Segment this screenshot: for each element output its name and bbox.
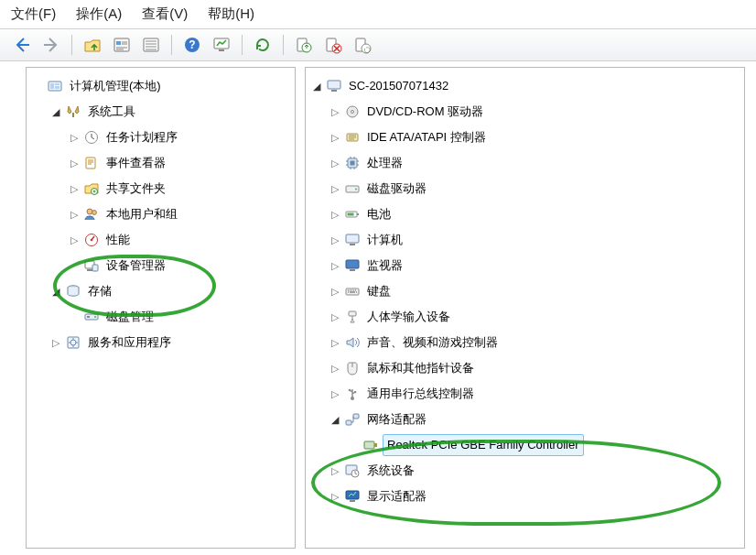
tree-label: 鼠标和其他指针设备: [364, 357, 477, 379]
expander-icon[interactable]: ◢: [50, 106, 61, 117]
tree-local-users-groups[interactable]: ▷ 本地用户和组: [67, 201, 291, 227]
expander-icon[interactable]: ▷: [329, 260, 340, 271]
expander-icon[interactable]: ▷: [329, 465, 340, 476]
tree-label: 设备管理器: [103, 255, 168, 277]
tree-label: 服务和应用程序: [85, 332, 174, 354]
tree-services-apps[interactable]: ▷ 服务和应用程序: [49, 330, 291, 355]
display-icon: [344, 488, 361, 505]
tree-label: 系统工具: [85, 101, 138, 123]
expander-icon[interactable]: ▷: [329, 183, 340, 194]
tree-label: 本地用户和组: [103, 203, 180, 225]
category-disk-drives[interactable]: ▷磁盘驱动器: [328, 176, 740, 201]
expander-icon[interactable]: ▷: [329, 158, 340, 169]
device-root[interactable]: ◢ SC-201507071432: [309, 73, 740, 99]
tree-label: 磁盘管理: [103, 306, 157, 328]
dvd-icon: [344, 103, 361, 120]
back-button[interactable]: [9, 33, 35, 57]
services-icon: [65, 334, 81, 351]
menu-view[interactable]: 查看(V): [142, 5, 188, 23]
help-button[interactable]: [179, 33, 205, 57]
uninstall-device-button[interactable]: [350, 33, 375, 57]
expander-icon[interactable]: ▷: [329, 132, 340, 143]
update-driver-button[interactable]: [291, 33, 317, 57]
tree-label: 人体学输入设备: [364, 306, 453, 328]
usb-icon: [344, 386, 361, 402]
scan-hardware-button[interactable]: [250, 33, 275, 57]
tree-label: 监视器: [364, 255, 405, 277]
category-ide[interactable]: ▷IDE ATA/ATAPI 控制器: [328, 125, 740, 150]
tree-label: 性能: [103, 229, 133, 251]
toolbar-separator: [71, 35, 72, 55]
expander-icon[interactable]: ▷: [329, 311, 340, 322]
computer-management-window: 文件(F) 操作(A) 查看(V) 帮助(H) ▶: [0, 0, 756, 555]
expander-icon[interactable]: ▷: [69, 158, 80, 169]
tree-label: 声音、视频和游戏控制器: [364, 332, 501, 354]
cpu-icon: [344, 155, 361, 171]
computer-icon: [326, 78, 342, 94]
tree-event-viewer[interactable]: ▷ 事件查看器: [67, 150, 291, 176]
show-hidden-button[interactable]: [209, 33, 234, 57]
menu-help[interactable]: 帮助(H): [208, 5, 254, 23]
tree-task-scheduler[interactable]: ▷ 任务计划程序: [67, 125, 291, 150]
expander-icon[interactable]: ◢: [329, 414, 340, 425]
expander-icon[interactable]: ▷: [329, 337, 340, 348]
category-display-adapters[interactable]: ▷显示适配器: [328, 484, 740, 509]
tree-label: 事件查看器: [103, 152, 168, 174]
tree-label: SC-201507071432: [346, 75, 451, 97]
category-dvd[interactable]: ▷DVD/CD-ROM 驱动器: [328, 99, 740, 125]
tree-label: 电池: [364, 203, 394, 225]
disable-device-button[interactable]: [320, 33, 346, 57]
tree-storage[interactable]: ◢ 存储: [49, 278, 291, 304]
category-system-devices[interactable]: ▷系统设备: [328, 458, 740, 484]
expander-icon[interactable]: ▷: [69, 132, 80, 143]
console-tree[interactable]: ▶ 计算机管理(本地) ◢ 系统工具: [30, 73, 291, 355]
expander-icon[interactable]: ▷: [329, 286, 340, 297]
up-folder-button[interactable]: [80, 33, 105, 57]
sound-icon: [344, 334, 361, 351]
ide-icon: [344, 129, 361, 146]
computer-icon: [344, 232, 361, 248]
device-tree[interactable]: ◢ SC-201507071432 ▷DVD/CD-ROM 驱动器 ▷IDE A…: [309, 73, 740, 509]
network-icon: [344, 411, 361, 428]
expander-icon[interactable]: ▷: [329, 388, 340, 399]
menu-bar: 文件(F) 操作(A) 查看(V) 帮助(H): [0, 0, 756, 28]
tree-device-manager[interactable]: ▷ 设备管理器: [67, 253, 291, 278]
expander-icon[interactable]: ▷: [329, 106, 340, 117]
expander-icon[interactable]: ◢: [311, 81, 322, 92]
menu-action[interactable]: 操作(A): [76, 5, 122, 23]
device-realtek-nic[interactable]: ▷Realtek PCIe GBE Family Controller: [346, 432, 740, 458]
tree-label: 通用串行总线控制器: [364, 383, 477, 405]
category-mouse[interactable]: ▷鼠标和其他指针设备: [328, 355, 740, 381]
category-usb[interactable]: ▷通用串行总线控制器: [328, 381, 740, 407]
list-view-button[interactable]: [138, 33, 164, 57]
expander-icon[interactable]: ▷: [69, 183, 80, 194]
menu-file[interactable]: 文件(F): [11, 5, 56, 23]
properties-sheet-button[interactable]: [109, 33, 135, 57]
mmc-icon: [47, 78, 63, 94]
expander-icon[interactable]: ▷: [329, 363, 340, 374]
category-battery[interactable]: ▷电池: [328, 201, 740, 227]
tree-label: Realtek PCIe GBE Family Controller: [383, 434, 584, 456]
category-sound[interactable]: ▷声音、视频和游戏控制器: [328, 330, 740, 355]
forward-button[interactable]: [38, 33, 64, 57]
tree-shared-folders[interactable]: ▷ 共享文件夹: [67, 176, 291, 201]
event-icon: [83, 155, 100, 171]
expander-icon[interactable]: ▷: [50, 337, 61, 348]
expander-icon[interactable]: ▷: [329, 491, 340, 502]
tree-system-tools[interactable]: ◢ 系统工具: [49, 99, 291, 125]
category-network-adapters[interactable]: ◢网络适配器: [328, 407, 740, 432]
category-hid[interactable]: ▷人体学输入设备: [328, 304, 740, 330]
category-keyboard[interactable]: ▷键盘: [328, 278, 740, 304]
expander-icon[interactable]: ▷: [69, 209, 80, 220]
expander-icon[interactable]: ▷: [329, 234, 340, 245]
category-monitor[interactable]: ▷监视器: [328, 253, 740, 278]
category-computer[interactable]: ▷计算机: [328, 227, 740, 253]
expander-icon[interactable]: ◢: [50, 286, 61, 297]
category-processor[interactable]: ▷处理器: [328, 150, 740, 176]
tree-disk-management[interactable]: ▷ 磁盘管理: [67, 304, 291, 330]
tree-performance[interactable]: ▷ 性能: [67, 227, 291, 253]
tree-root-computer-management[interactable]: ▶ 计算机管理(本地): [30, 73, 291, 99]
expander-icon[interactable]: ▷: [69, 234, 80, 245]
expander-icon[interactable]: ▷: [329, 209, 340, 220]
storage-icon: [65, 283, 81, 299]
